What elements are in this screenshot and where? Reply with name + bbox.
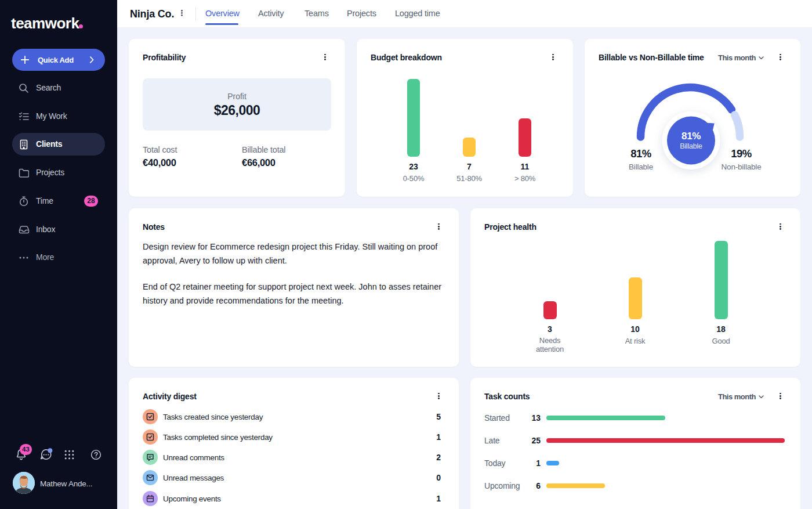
- svg-text:Non-billable: Non-billable: [722, 163, 762, 171]
- svg-text:Billable: Billable: [629, 163, 653, 171]
- svg-text:81%: 81%: [682, 131, 701, 142]
- svg-text:Billable: Billable: [680, 142, 702, 150]
- svg-text:19%: 19%: [731, 147, 752, 160]
- svg-text:81%: 81%: [630, 147, 651, 160]
